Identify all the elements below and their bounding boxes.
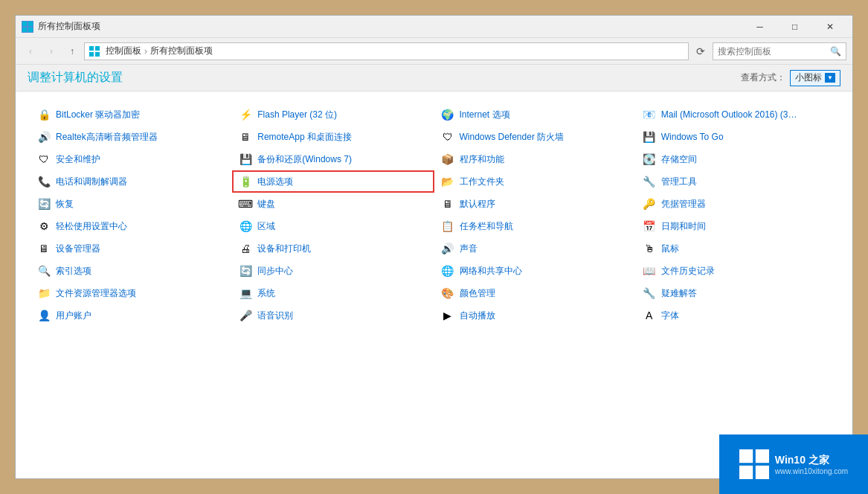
- item-icon: 🔒: [36, 107, 51, 122]
- item-label: 管理工具: [661, 176, 697, 188]
- chevron-down-icon: ▼: [825, 73, 835, 83]
- breadcrumb-item-1[interactable]: 控制面板: [106, 45, 141, 57]
- control-panel-item[interactable]: 🖥设备管理器: [30, 237, 232, 260]
- control-panel-item[interactable]: 🖥默认程序: [434, 193, 636, 215]
- window-icon: [22, 21, 33, 33]
- item-label: Flash Player (32 位): [257, 109, 337, 121]
- item-icon: 🖨: [238, 241, 253, 256]
- item-icon: A: [642, 308, 657, 323]
- control-panel-item[interactable]: ⌨键盘: [232, 193, 434, 215]
- item-label: 区域: [257, 220, 275, 233]
- control-panel-item[interactable]: 🌍Internet 选项: [434, 103, 636, 126]
- control-panel-item[interactable]: 🖨设备和打印机: [232, 237, 434, 260]
- item-icon: 🌐: [238, 219, 253, 234]
- watermark-text: Win10 之家: [775, 453, 848, 468]
- control-panel-item[interactable]: 🔄恢复: [30, 193, 232, 215]
- control-panel-item[interactable]: 🛡安全和维护: [30, 148, 232, 170]
- item-label: 凭据管理器: [661, 198, 706, 211]
- item-icon: 🔧: [642, 286, 657, 301]
- close-button[interactable]: ✕: [813, 19, 846, 34]
- page-title: 调整计算机的设置: [28, 70, 123, 86]
- control-panel-item[interactable]: 📞电话和调制解调器: [30, 170, 232, 193]
- item-icon: 🔧: [642, 174, 657, 189]
- item-icon: 📋: [440, 219, 455, 234]
- control-panel-item[interactable]: 📂工作文件夹: [434, 170, 636, 193]
- maximize-button[interactable]: □: [778, 19, 811, 34]
- control-panel-item[interactable]: 👤用户账户: [30, 304, 232, 327]
- control-panel-item[interactable]: 💾备份和还原(Windows 7): [232, 148, 434, 170]
- control-panel-item[interactable]: 🖱鼠标: [636, 237, 838, 260]
- control-panel-item[interactable]: 🔋电源选项: [232, 170, 434, 193]
- item-icon: 💻: [238, 286, 253, 301]
- control-panel-item[interactable]: 📖文件历史记录: [636, 260, 838, 282]
- control-panel-item[interactable]: 📦程序和功能: [434, 148, 636, 170]
- item-icon: 🔊: [440, 241, 455, 256]
- item-label: 键盘: [257, 198, 275, 211]
- control-panel-item[interactable]: 🌐区域: [232, 215, 434, 237]
- control-panel-item[interactable]: 🔊Realtek高清晰音频管理器: [30, 126, 232, 148]
- search-bar: 🔍: [713, 42, 846, 60]
- item-label: 疑难解答: [661, 287, 697, 300]
- control-panel-item[interactable]: 💽存储空间: [636, 148, 838, 170]
- item-icon: 💾: [642, 129, 657, 144]
- search-input[interactable]: [718, 46, 830, 57]
- control-panel-item[interactable]: 📁文件资源管理器选项: [30, 282, 232, 304]
- control-panel-item[interactable]: 🔄同步中心: [232, 260, 434, 282]
- control-panel-item[interactable]: 🎨颜色管理: [434, 282, 636, 304]
- control-panel-item[interactable]: A字体: [636, 304, 838, 327]
- up-button[interactable]: ↑: [63, 42, 81, 60]
- control-panel-item[interactable]: 🌐网络和共享中心: [434, 260, 636, 282]
- view-dropdown[interactable]: 小图标 ▼: [790, 70, 840, 86]
- item-icon: ⌨: [238, 196, 253, 211]
- item-label: Internet 选项: [460, 109, 510, 121]
- item-label: 存储空间: [661, 153, 697, 166]
- control-panel-item[interactable]: 🔧疑难解答: [636, 282, 838, 304]
- control-panel-item[interactable]: ⚙轻松使用设置中心: [30, 215, 232, 237]
- control-panel-item[interactable]: 🔒BitLocker 驱动器加密: [30, 103, 232, 126]
- control-panel-item[interactable]: ⚡Flash Player (32 位): [232, 103, 434, 126]
- control-panel-item[interactable]: 🖥RemoteApp 和桌面连接: [232, 126, 434, 148]
- item-icon: 📂: [440, 174, 455, 189]
- address-bar[interactable]: 控制面板 › 所有控制面板项: [84, 42, 689, 60]
- breadcrumb-sep: ›: [144, 46, 147, 57]
- control-panel-item[interactable]: 🔑凭据管理器: [636, 193, 838, 215]
- svg-rect-5: [95, 46, 100, 51]
- control-panel-item[interactable]: ▶自动播放: [434, 304, 636, 327]
- item-label: 同步中心: [257, 265, 293, 278]
- item-icon: 💽: [642, 152, 657, 167]
- forward-button[interactable]: ›: [42, 42, 60, 60]
- item-label: 程序和功能: [460, 153, 504, 166]
- item-label: 字体: [661, 309, 679, 322]
- main-window: 所有控制面板项 ─ □ ✕ ‹ › ↑ 控制面板 › 所有控制面板项 ⟳: [15, 15, 853, 479]
- control-panel-item[interactable]: 🎤语音识别: [232, 304, 434, 327]
- item-icon: 🔋: [238, 174, 253, 189]
- control-panel-item[interactable]: 📅日期和时间: [636, 215, 838, 237]
- item-icon: 🖥: [238, 129, 253, 144]
- search-icon: 🔍: [830, 46, 841, 57]
- control-panel-item[interactable]: 🔊声音: [434, 237, 636, 260]
- back-button[interactable]: ‹: [22, 42, 39, 60]
- control-panel-item[interactable]: 🔍索引选项: [30, 260, 232, 282]
- item-icon: 📦: [440, 152, 455, 167]
- control-panel-item[interactable]: 📧Mail (Microsoft Outlook 2016) (3…: [636, 103, 838, 126]
- control-panel-item[interactable]: 🔧管理工具: [636, 170, 838, 193]
- control-panel-item[interactable]: 📋任务栏和导航: [434, 215, 636, 237]
- breadcrumb-item-2[interactable]: 所有控制面板项: [150, 45, 213, 57]
- window-controls: ─ □ ✕: [743, 19, 846, 34]
- item-icon: 🌐: [440, 263, 455, 278]
- item-label: 声音: [460, 243, 478, 255]
- item-icon: 🔍: [36, 263, 51, 278]
- refresh-button[interactable]: ⟳: [692, 42, 710, 60]
- item-label: Realtek高清晰音频管理器: [56, 131, 158, 144]
- window-title: 所有控制面板项: [38, 20, 743, 33]
- control-panel-item[interactable]: 🛡Windows Defender 防火墙: [434, 126, 636, 148]
- control-panel-item[interactable]: 💾Windows To Go: [636, 126, 838, 148]
- item-label: 工作文件夹: [460, 176, 504, 188]
- control-panel-item[interactable]: 💻系统: [232, 282, 434, 304]
- minimize-button[interactable]: ─: [743, 19, 777, 34]
- item-icon: ⚡: [238, 107, 253, 122]
- svg-rect-7: [95, 52, 100, 57]
- svg-rect-6: [89, 52, 94, 57]
- item-label: 文件资源管理器选项: [56, 287, 136, 300]
- item-label: 索引选项: [56, 265, 91, 278]
